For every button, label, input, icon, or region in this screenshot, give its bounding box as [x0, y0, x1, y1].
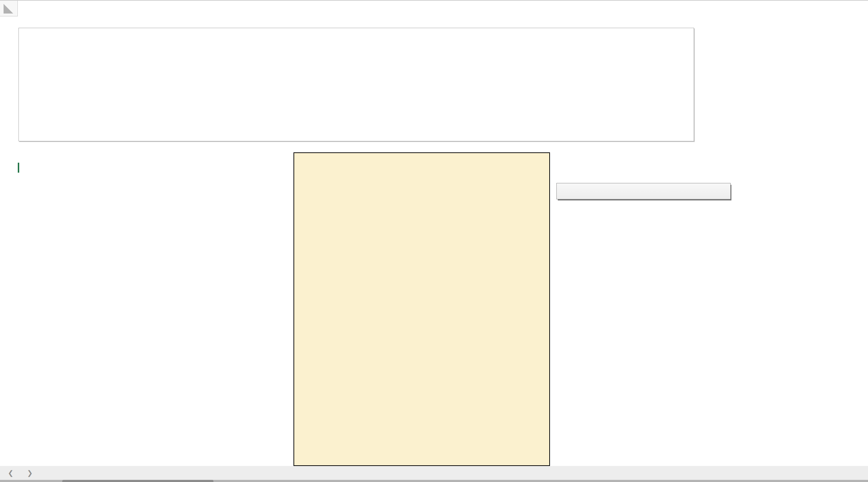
- prev-sheet-arrow-icon[interactable]: ❮: [4, 466, 18, 480]
- active-cell-indicator: [18, 163, 19, 173]
- run-macro-button[interactable]: [556, 183, 731, 199]
- summary-examples-title: [550, 142, 769, 152]
- example-sentence-1: [552, 153, 554, 163]
- summary-sentence-output-column: [293, 152, 550, 466]
- select-all-corner[interactable]: [0, 1, 18, 16]
- horizontal-scroll-thumb[interactable]: [62, 480, 213, 482]
- spreadsheet-window: ❮ ❯: [0, 0, 868, 482]
- sheet-tab-bar: ❮ ❯: [0, 466, 868, 482]
- next-sheet-arrow-icon[interactable]: ❯: [23, 466, 37, 480]
- summary-stats-title: [118, 142, 283, 152]
- summary-sentence-title: [293, 142, 550, 152]
- horizontal-scrollbar[interactable]: [0, 480, 868, 482]
- select-all-triangle-icon: [4, 4, 13, 14]
- example-sentence-2: [552, 163, 554, 173]
- requirements-textbox: [18, 28, 694, 141]
- starburst-shape: [566, 221, 722, 420]
